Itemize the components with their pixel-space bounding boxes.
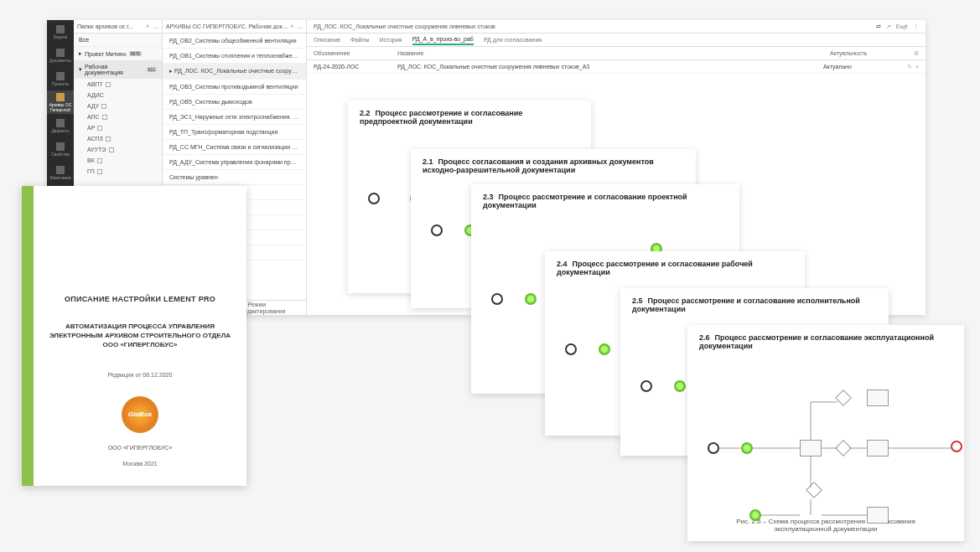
cell-name: РД_ЛОС. КОС_Локальные очистные сооружени… [397, 64, 823, 70]
process-card-26: 2.6Процесс рассмотрение и согласование э… [687, 325, 964, 541]
tasks-icon [56, 25, 65, 34]
tab-history[interactable]: История [379, 35, 402, 44]
tab-rd-approval[interactable]: РД для согласования [484, 35, 542, 44]
folder-menu-icon[interactable]: … [153, 23, 158, 29]
tab-files[interactable]: Файлы [350, 35, 369, 44]
doc-item[interactable]: РД_АДУ_Система управления фонарями прове… [163, 155, 306, 170]
doc-item[interactable]: Системы уравнен [163, 170, 306, 185]
kebab-icon[interactable]: ⋮ [913, 23, 919, 30]
col-name[interactable]: Название [397, 50, 830, 56]
nav-projects[interactable]: Проекты [47, 67, 74, 90]
notes-icon [56, 166, 65, 174]
folder-panel-title: Папки архивов ос г... [77, 23, 133, 29]
doc-item[interactable]: РД_СС МГН_Система связи и сигнализации д… [163, 140, 306, 155]
doc-date: Редакция от 08.12.2020 [108, 372, 173, 378]
subfolder[interactable]: АСПЗ [74, 133, 162, 144]
add-folder-icon[interactable]: + [146, 23, 149, 29]
defects-icon [56, 119, 65, 127]
doc-item[interactable]: РД_ОВ2_Системы общеобменной вентиляции [163, 34, 306, 49]
figure-caption: Рис. 2.6 – Схема процесса рассмотрения и… [699, 518, 952, 533]
doc-list-header: АРХИВЫ ОС ГИПЕРГЛОБУС. Рабочая документа… [163, 20, 306, 34]
doc-item[interactable]: РД_ОВ5_Системы дымоходов [163, 95, 306, 110]
doc-title-1: ОПИСАНИЕ НАСТРОЙКИ LEMENT PRO [65, 295, 215, 303]
table-settings-icon[interactable]: ⚙ [914, 50, 919, 57]
properties-icon [56, 142, 65, 151]
table-header: Обозначение Название Актуальность ⚙ [307, 47, 926, 60]
doc-city: Москва 2021 [122, 461, 157, 467]
edit-row-icon[interactable]: ✎ [907, 64, 912, 70]
folder-all[interactable]: Все [74, 34, 162, 47]
close-row-icon[interactable]: × [915, 64, 919, 70]
doc-menu-icon[interactable]: … [297, 23, 303, 29]
col-relevance[interactable]: Актуальность [830, 50, 914, 56]
subfolder[interactable]: АДИС [74, 90, 162, 101]
more-link[interactable]: Ещё [896, 23, 908, 30]
folder-project-mitino[interactable]: ▸Проект Митино8678 [74, 47, 162, 60]
breadcrumb: РД_ЛОС. КОС_Локальные очистные сооружени… [307, 20, 926, 34]
table-row[interactable]: РД-24-2020-ЛОС РД_ЛОС. КОС_Локальные очи… [307, 60, 926, 74]
cell-designation: РД-24-2020-ЛОС [314, 64, 397, 70]
archives-icon [56, 93, 65, 101]
nav-defects[interactable]: Дефекты [47, 114, 74, 137]
compare-icon[interactable]: ⇄ [876, 23, 881, 30]
document-spine [22, 186, 34, 486]
doc-item[interactable]: РД_ЭС1_Наружные сети электроснабжения. К… [163, 110, 306, 125]
subfolder[interactable]: ГП [74, 166, 162, 177]
open-external-icon[interactable]: ↗ [886, 23, 891, 30]
folder-panel-header: Папки архивов ос г... + … [74, 20, 162, 34]
breadcrumb-text: РД_ЛОС. КОС_Локальные очистные сооружени… [314, 23, 495, 29]
nav-archives[interactable]: Архивы ОС Гиперглоб [47, 90, 74, 114]
projects-icon [56, 72, 65, 80]
diagram [699, 350, 952, 518]
edit-mode-button[interactable]: ✎ Режим редактирования [241, 302, 301, 314]
doc-item-active[interactable]: ▸ РД_ЛОС. КОС_Локальные очистные сооруже… [163, 64, 306, 80]
detail-tabs: Описание Файлы История РД_А_в_произ-во_р… [307, 34, 926, 47]
subfolder[interactable]: АВПТ [74, 79, 162, 90]
folder-working-docs[interactable]: ▾Рабочая документация611 [74, 60, 162, 79]
add-doc-icon[interactable]: + [290, 23, 293, 29]
doc-list-title: АРХИВЫ ОС ГИПЕРГЛОБУС. Рабочая документа… [166, 23, 290, 29]
col-designation[interactable]: Обозначение [314, 50, 397, 56]
documents-icon [56, 49, 65, 57]
doc-title-2: АВТОМАТИЗАЦИЯ ПРОЦЕССА УПРАВЛЕНИЯ ЭЛЕКТР… [49, 322, 231, 350]
nav-properties[interactable]: Свойства [47, 137, 74, 161]
subfolder[interactable]: АДУ [74, 101, 162, 111]
nav-notes[interactable]: Замечания [47, 161, 74, 184]
nav-documents[interactable]: Документы [47, 44, 74, 67]
subfolder[interactable]: ВК [74, 155, 162, 166]
doc-company: ООО «ГИПЕРГЛОБУС» [108, 445, 173, 451]
doc-item[interactable]: РД_ОВ3_Системы противодымной вентиляции [163, 80, 306, 95]
nav-tasks[interactable]: Задачи [47, 20, 74, 44]
cell-relevance: Актуально [823, 64, 907, 70]
doc-item[interactable]: РД_ТП_Трансформаторная подстанция [163, 125, 306, 140]
globus-logo-icon: GloBus [122, 396, 158, 433]
tab-rd-production[interactable]: РД_А_в_произ-во_раб [412, 34, 474, 45]
subfolder[interactable]: АПС [74, 111, 162, 122]
doc-item[interactable]: РД_ОВ1_Системы отопления и теплоснабжени… [163, 49, 306, 64]
subfolder[interactable]: АУУТЭ [74, 144, 162, 155]
subfolder[interactable]: АР [74, 122, 162, 133]
document-cover: ОПИСАНИЕ НАСТРОЙКИ LEMENT PRO АВТОМАТИЗА… [22, 186, 246, 486]
tab-description[interactable]: Описание [314, 35, 340, 44]
